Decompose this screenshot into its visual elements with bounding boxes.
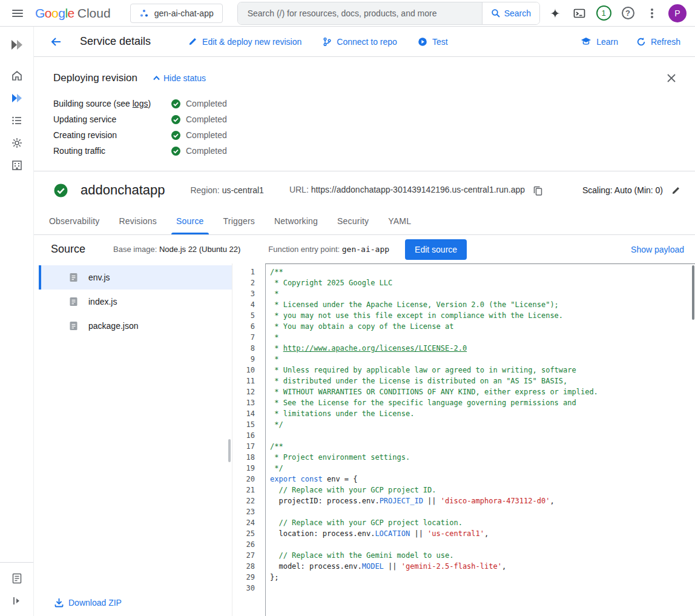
search-icon [491,8,501,18]
rail-release-notes[interactable] [6,568,28,589]
main-content: Deploying revision Hide status [34,57,695,616]
rail-home[interactable] [6,65,28,87]
line-number: 17 [232,441,265,452]
gemini-button[interactable] [544,2,567,25]
editor-gutter: 1234567891011121314151617181920212223242… [232,263,265,616]
line-number: 6 [232,321,265,332]
code-editor[interactable]: 1234567891011121314151617181920212223242… [232,263,695,616]
hide-status-toggle[interactable]: Hide status [153,73,206,83]
rail-cloud-run-services[interactable] [6,87,28,109]
file-item-index.js[interactable]: index.js [39,290,232,314]
line-number: 14 [232,408,265,419]
editor-scrollbar[interactable] [692,265,694,320]
editor-code[interactable]: /** * Copyright 2025 Google LLC * * Lice… [265,263,695,616]
connect-repo-label: Connect to repo [337,37,397,47]
project-picker[interactable]: gen-ai-chat-app [130,4,223,23]
rail-organization[interactable] [6,154,28,176]
play-circle-icon [418,37,427,47]
tab-revisions[interactable]: Revisions [110,208,167,234]
refresh-icon [636,37,646,47]
code-line: * Project environment settings. [270,452,695,463]
search-bar: Search [237,2,540,25]
check-circle-icon [171,99,181,109]
back-button[interactable] [45,30,68,53]
help-button[interactable]: ? [616,2,639,25]
code-line: // Replace with the Gemini model to use. [270,550,695,561]
source-heading: Source [51,243,85,256]
logo-letter: o [45,6,51,20]
rail-revisions-list[interactable] [6,110,28,131]
test-button[interactable]: Test [418,37,448,47]
edit-source-button[interactable]: Edit source [405,239,467,260]
scaling-text: Scaling: Auto (Min: 0) [582,185,663,195]
show-payload-link[interactable]: Show payload [631,245,684,254]
logs-link[interactable]: logs [133,99,148,108]
notifications-button[interactable]: 1 [592,2,615,25]
rail-integrations[interactable] [6,132,28,154]
entry-point: Function entry point: gen-ai-app [268,245,389,254]
service-details-header: Service details Edit & deploy new revisi… [34,27,695,57]
tab-networking[interactable]: Networking [265,208,328,234]
code-line: */ [270,463,695,474]
line-number: 8 [232,343,265,354]
deploy-steps: Building source (see logs)CompletedUpdat… [53,96,680,159]
file-item-package.json[interactable]: package.json [39,314,232,338]
tab-source[interactable]: Source [166,208,214,234]
tab-yaml[interactable]: YAML [378,208,421,234]
avatar[interactable]: P [668,4,687,22]
file-panel-scrollbar[interactable] [228,439,231,462]
rail-collapse-toggle[interactable] [6,590,28,612]
more-options-button[interactable] [641,2,664,25]
check-circle-icon [171,146,181,156]
search-button[interactable]: Search [482,2,539,24]
deploy-step-row: Routing trafficCompleted [53,143,680,159]
entry-point-label: Function entry point: [268,245,340,254]
file-list: env.jsindex.jspackage.json [39,265,232,338]
step-status-text: Completed [186,146,227,156]
cloud-shell-icon [573,7,585,19]
project-icon [139,8,149,18]
line-number: 5 [232,310,265,321]
edit-deploy-button[interactable]: Edit & deploy new revision [188,37,301,47]
left-rail [0,27,34,616]
file-icon [69,321,78,331]
kebab-icon [651,7,653,19]
service-name: addonchatapp [81,182,165,198]
rail-bottom [0,562,33,616]
download-zip-label: Download ZIP [68,598,122,608]
line-number: 3 [232,288,265,299]
cloud-run-services-icon [11,93,23,103]
code-line [270,506,695,517]
download-zip-button[interactable]: Download ZIP [39,598,232,608]
tab-security[interactable]: Security [328,208,378,234]
edit-scaling-icon[interactable] [671,186,680,195]
close-icon [667,74,676,82]
copy-url-button[interactable] [533,186,542,196]
google-logo-letters: Google [35,6,74,21]
main-menu-button[interactable] [6,2,29,25]
connect-repo-button[interactable]: Connect to repo [322,37,397,47]
url-value[interactable]: https://addonchatapp-301439142196.us-cen… [311,185,525,194]
edit-deploy-label: Edit & deploy new revision [202,37,301,47]
deploy-step-label: Routing traffic [53,146,171,156]
search-button-label: Search [504,8,531,18]
tab-triggers[interactable]: Triggers [214,208,265,234]
learn-button[interactable]: Learn [581,37,618,47]
line-number: 7 [232,332,265,343]
deploy-step-status: Completed [171,146,227,156]
search-input[interactable] [238,2,482,24]
code-line: * [270,288,695,299]
file-name: package.json [88,321,139,331]
cloud-shell-button[interactable] [568,2,591,25]
deploy-step-label: Updating service [53,114,171,124]
code-line: * limitations under the License. [270,408,695,419]
file-item-env.js[interactable]: env.js [39,265,232,290]
region-value: us-central1 [222,185,264,195]
code-line: */ [270,419,695,430]
code-line: /** [270,267,695,277]
code-line: projectID: process.env.PROJECT_ID || 'di… [270,495,695,506]
close-panel-button[interactable] [662,69,680,87]
tab-observability[interactable]: Observability [39,208,110,234]
logo-letter: e [68,6,74,20]
refresh-button[interactable]: Refresh [636,37,680,47]
